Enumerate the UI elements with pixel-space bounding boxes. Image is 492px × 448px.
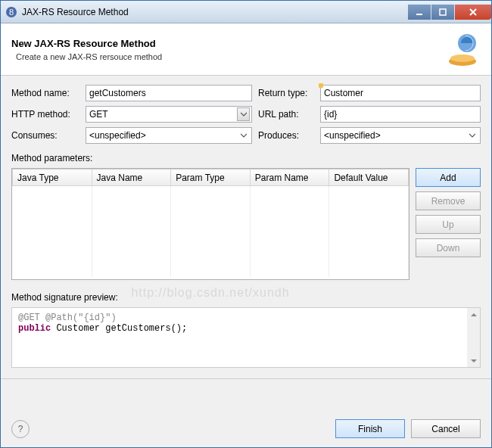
scroll-down-icon[interactable] [467, 354, 480, 367]
url-path-label: URL path: [258, 109, 316, 120]
url-path-input[interactable] [320, 106, 481, 123]
produces-select[interactable]: <unspecified> [320, 127, 481, 144]
minimize-button[interactable] [408, 5, 431, 20]
col-java-name[interactable]: Java Name [92, 170, 171, 186]
dialog-window: 8 JAX-RS Resource Method New JAX-RS Reso… [0, 0, 492, 448]
down-button[interactable]: Down [416, 238, 481, 257]
col-param-type[interactable]: Param Type [171, 170, 251, 186]
return-type-input[interactable] [320, 85, 481, 101]
signature-preview-text: @GET @Path("{id}") public Customer getCu… [12, 308, 467, 367]
parameters-table[interactable]: http://blog.csdn.net/xundh Java Type Jav… [11, 168, 409, 280]
remove-button[interactable]: Remove [416, 191, 481, 210]
svg-rect-3 [440, 9, 446, 15]
chevron-down-icon [237, 107, 250, 121]
dialog-footer: ? Finish Cancel [1, 412, 491, 447]
svg-text:8: 8 [9, 8, 14, 17]
wizard-icon [444, 31, 481, 67]
produces-value: <unspecified> [324, 130, 381, 141]
table-row[interactable] [13, 204, 409, 222]
finish-button[interactable]: Finish [335, 419, 405, 438]
svg-point-6 [450, 54, 475, 62]
chevron-down-icon [237, 129, 250, 142]
content-assist-indicator-icon [319, 83, 323, 88]
up-button[interactable]: Up [416, 215, 481, 234]
col-param-name[interactable]: Param Name [250, 170, 329, 186]
close-button[interactable] [455, 5, 491, 20]
preview-scrollbar[interactable] [467, 308, 480, 367]
http-method-label: HTTP method: [11, 109, 81, 120]
http-method-value: GET [89, 109, 108, 120]
table-row[interactable] [13, 259, 409, 277]
return-type-label: Return type: [258, 88, 316, 98]
svg-rect-2 [416, 14, 422, 15]
signature-preview: @GET @Path("{id}") public Customer getCu… [11, 307, 481, 368]
consumes-label: Consumes: [11, 130, 81, 141]
consumes-select[interactable]: <unspecified> [86, 127, 252, 144]
window-title: JAX-RS Resource Method [22, 7, 407, 17]
signature-preview-label: Method signature preview: [11, 292, 481, 303]
help-button[interactable]: ? [11, 420, 30, 438]
add-button[interactable]: Add [416, 168, 481, 187]
dialog-header: New JAX-RS Resource Method Create a new … [1, 23, 491, 76]
cancel-button[interactable]: Cancel [411, 419, 481, 438]
maximize-button[interactable] [431, 5, 454, 20]
scroll-up-icon[interactable] [467, 308, 480, 321]
method-parameters-label: Method parameters: [11, 153, 481, 163]
dialog-title: New JAX-RS Resource Method [11, 38, 444, 49]
col-default-value[interactable]: Default Value [329, 170, 409, 186]
http-method-select[interactable]: GET [86, 106, 252, 123]
title-bar[interactable]: 8 JAX-RS Resource Method [1, 1, 491, 23]
method-name-label: Method name: [11, 88, 81, 98]
table-row[interactable] [13, 186, 409, 204]
divider [1, 378, 491, 379]
table-row[interactable] [13, 241, 409, 259]
table-row[interactable] [13, 222, 409, 241]
app-icon: 8 [5, 6, 17, 18]
dialog-subtitle: Create a new JAX-RS rersouce method [16, 52, 444, 61]
method-name-input[interactable] [86, 85, 252, 101]
col-java-type[interactable]: Java Type [13, 170, 92, 186]
produces-label: Produces: [258, 130, 316, 141]
chevron-down-icon [466, 129, 478, 142]
consumes-value: <unspecified> [89, 130, 146, 141]
